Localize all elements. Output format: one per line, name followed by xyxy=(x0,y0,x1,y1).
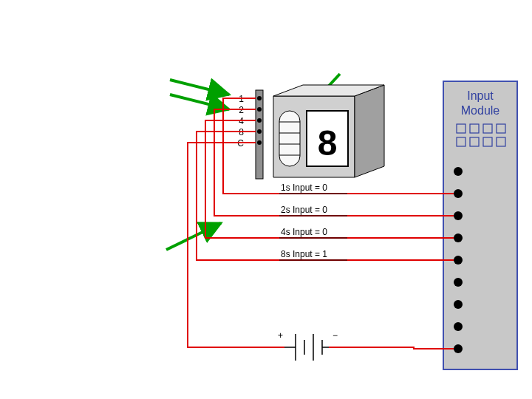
wheel-digit: 8 xyxy=(318,123,338,163)
svg-point-28 xyxy=(454,167,463,176)
terminal-dots xyxy=(454,167,463,353)
svg-line-1 xyxy=(170,95,229,109)
svg-rect-13 xyxy=(256,90,263,179)
battery-plus: + xyxy=(278,330,283,341)
svg-point-36 xyxy=(454,344,463,353)
svg-point-30 xyxy=(454,211,463,220)
svg-point-32 xyxy=(454,256,463,265)
svg-point-18 xyxy=(257,140,262,145)
svg-point-14 xyxy=(257,96,262,100)
input-module-label-line1: Input xyxy=(467,89,494,102)
svg-point-16 xyxy=(257,118,262,123)
svg-point-34 xyxy=(454,300,463,309)
svg-point-31 xyxy=(454,233,463,242)
battery-symbol: + − xyxy=(278,330,338,361)
circuit-board: 1 2 4 8 C xyxy=(237,90,263,179)
battery-minus: − xyxy=(332,330,338,341)
svg-marker-5 xyxy=(355,85,384,177)
input-label-4s: 4s Input = 0 xyxy=(281,227,327,237)
svg-point-29 xyxy=(454,189,463,198)
svg-line-0 xyxy=(170,80,229,95)
input-label-2s: 2s Input = 0 xyxy=(281,205,327,215)
svg-point-15 xyxy=(257,107,262,112)
diagram-svg: 8 1 2 4 8 C Input Module xyxy=(0,0,532,399)
svg-point-35 xyxy=(454,322,463,331)
input-label-1s: 1s Input = 0 xyxy=(281,183,327,193)
thumbwheel-switch: 8 xyxy=(273,85,384,177)
svg-line-3 xyxy=(166,223,221,250)
input-label-8s: 8s Input = 1 xyxy=(281,249,327,259)
svg-point-33 xyxy=(454,278,463,287)
svg-rect-7 xyxy=(279,111,300,166)
svg-point-17 xyxy=(257,129,262,134)
input-module: Input Module xyxy=(443,81,517,369)
input-module-label-line2: Module xyxy=(461,104,500,117)
